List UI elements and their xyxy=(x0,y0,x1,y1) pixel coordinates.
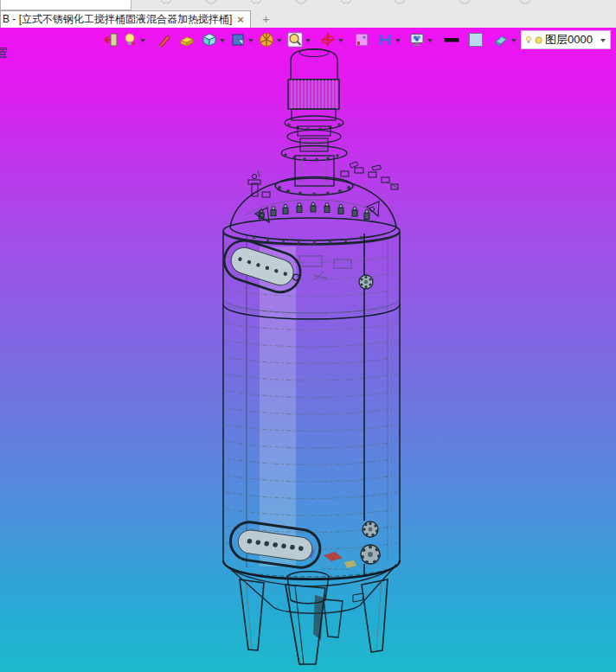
layer-name: 图层0000 xyxy=(545,32,593,48)
layer-selector[interactable]: 图层0000 xyxy=(521,30,611,49)
document-tab[interactable]: B - [立式不锈钢化工搅拌桶固液混合器加热搅拌桶] × xyxy=(0,10,251,28)
clipped-toolbar-icon[interactable] xyxy=(519,0,531,4)
pencil-sketch-icon[interactable] xyxy=(156,30,173,49)
monitor-render-icon[interactable] xyxy=(408,30,426,49)
clipped-toolbar-icon[interactable] xyxy=(250,0,262,4)
new-tab-button[interactable]: + xyxy=(262,11,270,26)
view-toolbar: 图层0000 xyxy=(102,29,611,50)
magnifier-zoom-icon[interactable] xyxy=(286,30,304,49)
line-width-swatch[interactable] xyxy=(443,30,460,49)
clipped-toolbar-icon[interactable] xyxy=(205,0,217,4)
document-tab-title: B - [立式不锈钢化工搅拌桶固液混合器加热搅拌桶] xyxy=(3,12,232,27)
tab-close-icon[interactable]: × xyxy=(237,14,244,25)
selection-frame-icon[interactable] xyxy=(353,30,370,49)
sheet-dropdown-caret[interactable] xyxy=(248,39,253,42)
eraser-dropdown-caret[interactable] xyxy=(511,39,517,42)
pie-pattern-icon[interactable] xyxy=(258,30,275,49)
model-side-nozzles[interactable] xyxy=(359,275,381,564)
clipped-toolbar-icon[interactable] xyxy=(459,0,471,4)
quick-access-strip xyxy=(0,0,616,10)
render-dropdown-caret[interactable] xyxy=(427,39,433,42)
crosshair-move-icon[interactable] xyxy=(319,30,337,49)
clipped-toolbar-icon[interactable] xyxy=(394,0,406,4)
pie-dropdown-caret[interactable] xyxy=(277,39,282,42)
app-window: B - [立式不锈钢化工搅拌桶固液混合器加热搅拌桶] × + 置 xyxy=(0,0,616,672)
lamp-dropdown-caret[interactable] xyxy=(140,39,145,42)
clipped-toolbar-icon[interactable] xyxy=(340,0,352,4)
clipped-toolbar-icon[interactable] xyxy=(160,0,172,4)
layer-bulb-icon xyxy=(525,33,532,47)
model-3d-tank[interactable] xyxy=(0,0,616,672)
sheet-feature-icon[interactable] xyxy=(229,30,247,49)
exit-door-icon[interactable] xyxy=(102,30,119,49)
solid-dropdown-caret[interactable] xyxy=(220,39,225,42)
tab-bar: B - [立式不锈钢化工搅拌桶固液混合器加热搅拌桶] × + xyxy=(0,10,616,28)
color-swatch[interactable] xyxy=(467,30,484,49)
layer-dropdown-caret[interactable] xyxy=(600,39,606,42)
model-dished-head[interactable] xyxy=(230,162,399,240)
lamp-icon[interactable] xyxy=(121,30,138,49)
clipped-edge-label: 置 xyxy=(0,46,9,61)
model-legs[interactable] xyxy=(240,579,388,664)
clipped-combobox[interactable] xyxy=(0,0,132,10)
layer-color-icon xyxy=(535,34,542,47)
section-dropdown-caret[interactable] xyxy=(395,39,401,42)
clipped-toolbar-icon[interactable] xyxy=(295,0,307,4)
move-dropdown-caret[interactable] xyxy=(338,39,343,42)
eraser-wedge-icon[interactable] xyxy=(492,30,510,49)
surface-box-icon[interactable] xyxy=(178,30,196,49)
solid-cube-icon[interactable] xyxy=(201,30,218,49)
h-section-icon[interactable] xyxy=(376,30,394,49)
zoom-dropdown-caret[interactable] xyxy=(305,39,311,42)
